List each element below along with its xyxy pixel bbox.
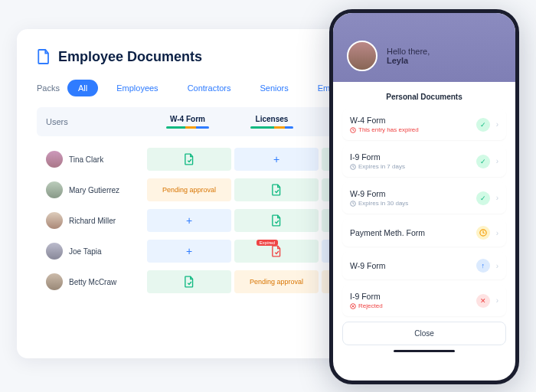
tab-all[interactable]: All — [67, 80, 98, 96]
add-cell[interactable]: + — [234, 148, 319, 171]
doc-name: I-9 Form — [350, 292, 383, 301]
chevron-right-icon: › — [496, 194, 498, 202]
reject-icon: ✕ — [476, 294, 490, 308]
user-name: Joe Tapia — [69, 247, 102, 256]
doc-subtext: Expires in 7 days — [350, 163, 405, 170]
doc-subtext: Rejected — [350, 302, 383, 309]
home-indicator — [394, 350, 455, 352]
doc-name: Payment Meth. Form — [350, 228, 425, 237]
user-name: Mary Gutierrez — [69, 186, 119, 194]
tab-employees[interactable]: Employees — [106, 80, 168, 96]
document-item[interactable]: I-9 FormExpires in 7 days✓› — [342, 145, 506, 177]
chevron-right-icon: › — [496, 120, 498, 129]
mobile-header: Hello there, Leyla — [333, 13, 515, 82]
doc-cell[interactable] — [147, 270, 231, 293]
page-title: Employee Documents — [58, 49, 202, 65]
doc-name: W-9 Form — [350, 261, 385, 270]
document-icon — [184, 153, 194, 165]
avatar — [46, 181, 63, 198]
reject-icon — [350, 303, 356, 309]
user-cell[interactable]: Tina Clark — [46, 151, 145, 168]
doc-cell[interactable] — [147, 148, 231, 171]
avatar — [46, 243, 63, 260]
user-name: Betty McCraw — [69, 278, 116, 286]
add-cell[interactable]: + — [147, 209, 231, 232]
upload-icon: ↑ — [476, 259, 490, 273]
clock-icon — [350, 127, 356, 133]
document-item[interactable]: W-9 FormExpires in 30 days✓› — [342, 182, 506, 214]
document-item[interactable]: I-9 FormRejected✕› — [342, 285, 506, 316]
doc-cell[interactable] — [234, 209, 319, 232]
user-avatar[interactable] — [347, 41, 377, 71]
avatar — [46, 151, 63, 168]
clock-icon — [350, 201, 356, 207]
tabs-label: Packs — [37, 83, 60, 93]
avatar — [46, 212, 63, 229]
tab-seniors[interactable]: Seniors — [249, 80, 299, 96]
doc-name: I-9 Form — [350, 152, 405, 162]
column-w4: W-4 Form — [145, 115, 230, 129]
pending-cell[interactable]: Pending approval — [147, 178, 231, 201]
document-icon — [271, 214, 282, 227]
avatar — [46, 273, 63, 290]
check-icon: ✓ — [476, 155, 490, 168]
chevron-right-icon: › — [496, 157, 498, 165]
user-name: Tina Clark — [69, 155, 103, 164]
clock-icon — [350, 164, 356, 170]
doc-name: W-9 Form — [350, 189, 408, 198]
check-icon: ✓ — [476, 118, 490, 132]
column-users: Users — [46, 117, 145, 126]
user-cell[interactable]: Joe Tapia — [46, 243, 145, 260]
document-item[interactable]: Payment Meth. Form› — [342, 219, 506, 247]
file-icon — [37, 48, 51, 65]
mobile-device: Hello there, Leyla Personal Documents W-… — [329, 9, 519, 384]
check-icon: ✓ — [476, 191, 490, 205]
add-cell[interactable]: + — [147, 240, 231, 263]
doc-subtext: Expires in 30 days — [350, 200, 408, 207]
pending-cell[interactable]: Pending approval — [234, 270, 319, 293]
doc-name: W-4 Form — [350, 116, 419, 125]
greeting: Hello there, Leyla — [387, 47, 430, 65]
user-cell[interactable]: Richard Miller — [46, 212, 145, 229]
doc-subtext: This entry has expired — [350, 126, 419, 133]
expired-badge: Expired — [257, 240, 278, 246]
document-icon — [271, 245, 282, 257]
user-cell[interactable]: Mary Gutierrez — [46, 181, 145, 198]
chevron-right-icon: › — [496, 229, 498, 237]
document-icon — [184, 276, 194, 288]
document-item[interactable]: W-9 Form↑› — [342, 252, 506, 279]
expired-doc-cell[interactable]: Expired — [234, 240, 319, 263]
document-icon — [271, 184, 282, 196]
doc-cell[interactable] — [234, 178, 319, 201]
tab-contractors[interactable]: Contractors — [177, 80, 242, 96]
chevron-right-icon: › — [496, 262, 498, 270]
user-cell[interactable]: Betty McCraw — [46, 273, 145, 290]
chevron-right-icon: › — [496, 296, 498, 305]
section-title: Personal Documents — [342, 93, 506, 101]
user-name: Richard Miller — [69, 217, 116, 225]
column-licenses: Licenses — [230, 115, 314, 129]
document-list: W-4 FormThis entry has expired✓›I-9 Form… — [342, 109, 506, 316]
close-button[interactable]: Close — [342, 322, 506, 345]
clock-icon — [476, 226, 490, 240]
document-item[interactable]: W-4 FormThis entry has expired✓› — [342, 109, 506, 140]
